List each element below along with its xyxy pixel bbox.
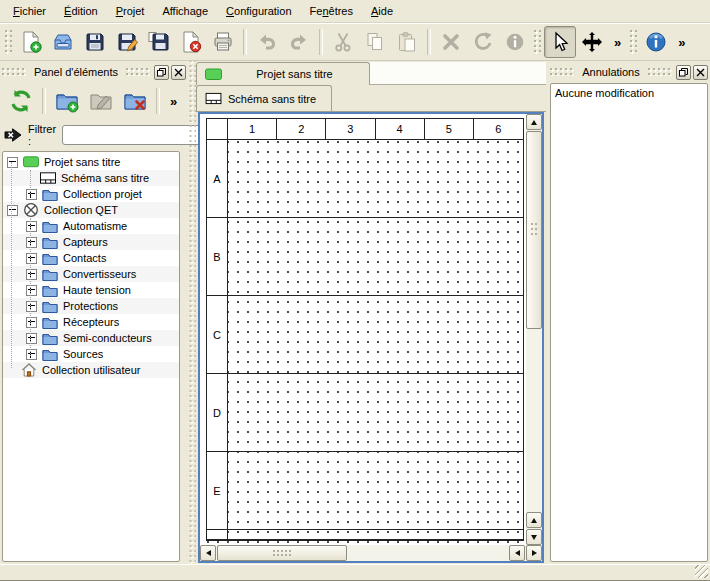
move-tool-button[interactable] xyxy=(576,26,608,58)
grid-area-C1 xyxy=(228,296,277,374)
scroll-right-button[interactable] xyxy=(526,545,542,561)
dock-drag-texture[interactable] xyxy=(2,68,26,76)
tree-item-collection-utilisateur[interactable]: Collection utilisateur xyxy=(3,362,179,378)
toolbar-handle[interactable] xyxy=(5,30,12,54)
reload-collections-button[interactable] xyxy=(4,84,38,118)
horizontal-scrollbar[interactable] xyxy=(200,545,542,561)
collapse-icon[interactable] xyxy=(7,205,18,216)
tab-schema-sans-titre[interactable]: Schéma sans titre xyxy=(196,85,332,111)
tree-item-label: Semi-conducteurs xyxy=(63,332,152,344)
scroll-up-button-2[interactable] xyxy=(526,512,542,528)
save-all-button[interactable] xyxy=(143,26,175,58)
dock-drag-texture[interactable] xyxy=(550,68,574,76)
undo-list-item[interactable]: Aucune modification xyxy=(551,84,707,101)
new-project-button[interactable] xyxy=(15,26,47,58)
horizontal-scroll-thumb[interactable] xyxy=(217,545,347,561)
paste-icon xyxy=(396,31,418,53)
panel-overflow-button[interactable]: » xyxy=(164,94,183,109)
save-as-button[interactable] xyxy=(111,26,143,58)
undo-icon xyxy=(256,31,278,53)
toolbar-group-tools: » xyxy=(531,24,627,60)
qelectrotech-window: { "menubar": { "items": [ {"label": "Fic… xyxy=(0,0,710,581)
expand-icon[interactable] xyxy=(26,285,37,296)
vertical-scroll-thumb[interactable] xyxy=(526,131,542,329)
elements-panel-titlebar: Panel d'éléments xyxy=(0,63,188,81)
about-button[interactable] xyxy=(640,26,672,58)
expand-icon[interactable] xyxy=(26,317,37,328)
elements-panel-float-button[interactable] xyxy=(154,65,169,80)
grid-area-C3 xyxy=(326,296,375,374)
tree-item-collection-qet[interactable]: Collection QET xyxy=(3,202,179,218)
save-button[interactable] xyxy=(79,26,111,58)
expand-icon[interactable] xyxy=(26,333,37,344)
elements-panel-close-button[interactable] xyxy=(171,65,186,80)
toolbar-handle[interactable] xyxy=(630,30,637,54)
toolbar-handle[interactable] xyxy=(534,30,541,54)
edit-category-button xyxy=(84,84,118,118)
diagram-viewport: 123456ABCDE xyxy=(198,112,544,563)
tab-project-sans-titre[interactable]: Projet sans titre xyxy=(196,62,370,85)
expand-icon[interactable] xyxy=(26,269,37,280)
delete-button xyxy=(435,26,467,58)
grid-area-B1 xyxy=(228,218,277,296)
grid-area-E5 xyxy=(425,452,474,530)
print-icon xyxy=(212,31,234,53)
grid-area-E1 xyxy=(228,452,277,530)
cut-icon xyxy=(332,31,354,53)
dock-drag-texture[interactable] xyxy=(126,68,150,76)
expand-icon[interactable] xyxy=(26,189,37,200)
vertical-scrollbar[interactable] xyxy=(526,114,542,545)
dock-drag-texture[interactable] xyxy=(648,68,672,76)
expand-icon[interactable] xyxy=(26,237,37,248)
grid-area-C4 xyxy=(376,296,425,374)
expand-icon[interactable] xyxy=(26,301,37,312)
status-bar xyxy=(0,564,710,580)
scroll-down-button[interactable] xyxy=(526,529,542,545)
close-file-button[interactable] xyxy=(175,26,207,58)
filter-row: Filtrer : xyxy=(0,121,188,149)
panel-splitter[interactable] xyxy=(188,61,196,564)
undo-history-list: Aucune modification xyxy=(550,83,708,562)
folder-icon xyxy=(42,330,58,346)
tree-item-projet-sans-titre[interactable]: Projet sans titre xyxy=(3,154,179,170)
help-overflow-button[interactable]: » xyxy=(672,35,691,50)
open-project-button[interactable] xyxy=(47,26,79,58)
clear-filter-button[interactable] xyxy=(4,125,22,145)
menu-aide[interactable]: Aide xyxy=(362,2,402,20)
undo-panel-titlebar: Annulations xyxy=(548,63,710,81)
save-icon xyxy=(84,31,106,53)
tree-guide-line xyxy=(30,218,31,356)
row-header-partial xyxy=(207,530,228,540)
folder-icon xyxy=(42,314,58,330)
undo-panel-float-button[interactable] xyxy=(676,65,691,80)
diagram-canvas[interactable]: 123456ABCDE xyxy=(200,114,526,545)
new-category-button[interactable] xyxy=(50,84,84,118)
scroll-up-button[interactable] xyxy=(526,114,542,130)
menu-configuration[interactable]: Configuration xyxy=(217,2,300,20)
select-tool-button[interactable] xyxy=(544,26,576,58)
scroll-left-button[interactable] xyxy=(200,545,216,561)
collapse-icon[interactable] xyxy=(7,157,18,168)
grid-area-C2 xyxy=(277,296,326,374)
menu-affichage[interactable]: Affichage xyxy=(153,2,217,20)
grid-area-C5 xyxy=(425,296,474,374)
print-button[interactable] xyxy=(207,26,239,58)
undo-panel-close-button[interactable] xyxy=(693,65,708,80)
column-header-4: 4 xyxy=(376,119,425,140)
project-icon xyxy=(205,68,222,81)
tools-overflow-button[interactable]: » xyxy=(608,35,627,50)
new-document-icon xyxy=(20,31,42,53)
resize-grip[interactable] xyxy=(695,565,708,578)
toolbar-separator xyxy=(243,29,247,55)
expand-icon[interactable] xyxy=(26,253,37,264)
expand-icon[interactable] xyxy=(26,349,37,360)
expand-icon[interactable] xyxy=(26,221,37,232)
elements-tree: Projet sans titreSchéma sans titreCollec… xyxy=(2,151,180,562)
scroll-left-button-2[interactable] xyxy=(509,545,525,561)
delete-category-button[interactable] xyxy=(118,84,152,118)
menu-projet[interactable]: Projet xyxy=(107,2,154,20)
menu-fenetres[interactable]: Fenêtres xyxy=(301,2,362,20)
menu-fichier[interactable]: Fichier xyxy=(4,2,55,20)
menu-edition[interactable]: Édition xyxy=(55,2,107,20)
schema-icon xyxy=(40,170,56,186)
